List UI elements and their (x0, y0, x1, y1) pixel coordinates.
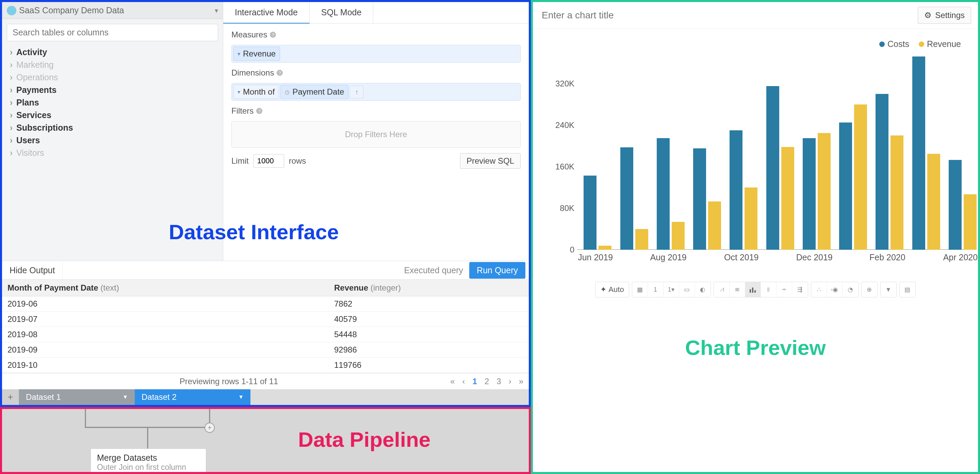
dataset-tabs: + Dataset 1 ▼ Dataset 2 ▼ (2, 389, 529, 405)
sankey-icon[interactable]: ⇶ (792, 282, 808, 297)
bar-costs[interactable] (730, 130, 743, 250)
dataset-tab-1[interactable]: Dataset 1 ▼ (19, 389, 135, 405)
globe-icon[interactable]: ⊕ (862, 282, 877, 297)
sort-direction[interactable]: ↑ (350, 86, 363, 99)
page-1[interactable]: 1 (473, 377, 477, 386)
bar-revenue[interactable] (927, 154, 940, 250)
table-icon[interactable]: ▦ (632, 282, 648, 297)
filters-well[interactable]: Drop Filters Here (231, 121, 520, 148)
svg-rect-2 (754, 290, 756, 293)
legend-item-revenue[interactable]: Revenue (919, 39, 961, 49)
dataset-tab-2[interactable]: Dataset 2 ▼ (135, 389, 250, 405)
settings-button[interactable]: ⚙ Settings (918, 7, 971, 24)
bar-revenue[interactable] (854, 105, 867, 250)
scatter-icon[interactable]: ∴ (811, 282, 827, 297)
bar-revenue[interactable] (708, 202, 721, 250)
measures-label: Measures ? (231, 30, 520, 40)
add-node-button[interactable]: + (205, 423, 215, 433)
table-row[interactable]: 2019-0854448 (2, 327, 529, 342)
search-input[interactable] (7, 24, 218, 41)
chevron-right-icon: › (9, 60, 14, 70)
bar-costs[interactable] (803, 138, 816, 250)
page-2[interactable]: 2 (485, 377, 489, 386)
funnel-icon[interactable]: ▭ (679, 282, 695, 297)
tree-item-activity[interactable]: ›Activity (9, 46, 220, 59)
tree-item-payments[interactable]: ›Payments (9, 84, 220, 96)
table-row[interactable]: 2019-067862 (2, 296, 529, 312)
chevron-right-icon: › (9, 135, 14, 145)
table-row[interactable]: 2019-0740579 (2, 312, 529, 327)
combo-chart-icon[interactable]: ⩪ (776, 282, 792, 297)
bar-costs[interactable] (693, 148, 706, 250)
legend-item-costs[interactable]: Costs (879, 39, 909, 49)
bar-costs[interactable] (766, 86, 779, 250)
preview-sql-button[interactable]: Preview SQL (460, 153, 520, 169)
bar-chart-icon[interactable] (745, 282, 761, 297)
hide-output-button[interactable]: Hide Output (2, 261, 63, 279)
tree-item-visitors[interactable]: ›Visitors (9, 147, 220, 159)
y-tick: 240K (555, 121, 574, 130)
tree-item-users[interactable]: ›Users (9, 134, 220, 147)
tree-item-plans[interactable]: ›Plans (9, 96, 220, 109)
bar-costs[interactable] (620, 147, 633, 250)
bar-revenue[interactable] (781, 147, 794, 250)
svg-rect-0 (749, 289, 751, 293)
line-chart-icon[interactable]: ⩘ (714, 282, 730, 297)
card-icon[interactable]: ▤ (900, 282, 915, 297)
bar-costs[interactable] (584, 176, 597, 250)
filters-label: Filters ? (231, 106, 520, 116)
bar-costs[interactable] (875, 94, 888, 250)
bar-revenue[interactable] (598, 246, 611, 250)
bar-costs[interactable] (912, 56, 925, 250)
tree-item-operations[interactable]: ›Operations (9, 71, 220, 84)
help-icon[interactable]: ? (256, 108, 262, 114)
table-row[interactable]: 2019-10119766 (2, 358, 529, 373)
tree-item-services[interactable]: ›Services (9, 109, 220, 121)
measures-well[interactable]: ▾ Revenue (231, 45, 520, 63)
tree-item-marketing[interactable]: ›Marketing (9, 59, 220, 71)
chevron-right-icon: › (9, 85, 14, 95)
help-icon[interactable]: ? (277, 70, 283, 76)
page-first[interactable]: « (450, 377, 455, 386)
filter-icon[interactable]: ▼ (881, 282, 896, 297)
bar-revenue[interactable] (964, 194, 977, 250)
node-subtitle: Outer Join on first column (97, 463, 200, 472)
tab-interactive-mode[interactable]: Interactive Mode (223, 2, 310, 24)
gear-icon: ⚙ (924, 11, 932, 20)
gauge-icon[interactable]: ◐ (695, 282, 711, 297)
stacked-bar-icon[interactable]: ⫴ (761, 282, 776, 297)
help-icon[interactable]: ? (270, 32, 276, 38)
bar-revenue[interactable] (635, 229, 648, 250)
auto-chart-button[interactable]: ✦Auto (595, 282, 628, 297)
measure-pill-revenue[interactable]: ▾ Revenue (233, 47, 280, 61)
page-prev[interactable]: ‹ (463, 377, 465, 386)
counter-icon[interactable]: 1▾ (663, 282, 679, 297)
page-last[interactable]: » (519, 377, 523, 386)
dimensions-well[interactable]: ▾ Month of ◷ Payment Date ↑ (231, 83, 520, 101)
pipeline-node-merge[interactable]: Merge Datasets Outer Join on first colum… (91, 449, 206, 474)
tree-item-subscriptions[interactable]: ›Subscriptions (9, 121, 220, 134)
bar-group (803, 133, 830, 250)
dimension-pill-month[interactable]: ▾ Month of (233, 85, 279, 99)
chart-title-input[interactable] (540, 8, 912, 22)
multi-line-icon[interactable]: ≋ (730, 282, 745, 297)
add-dataset-button[interactable]: + (2, 389, 19, 405)
bar-revenue[interactable] (672, 222, 685, 250)
datasource-selector[interactable]: SaaS Company Demo Data ▾ (2, 2, 223, 19)
bar-revenue[interactable] (891, 135, 904, 250)
bubble-icon[interactable]: ◦◉ (827, 282, 843, 297)
bar-costs[interactable] (657, 138, 670, 250)
pie-icon[interactable]: ◔ (843, 282, 858, 297)
bar-costs[interactable] (949, 160, 962, 250)
bar-revenue[interactable] (818, 133, 830, 250)
bar-revenue[interactable] (745, 188, 757, 250)
page-next[interactable]: › (509, 377, 511, 386)
bar-costs[interactable] (839, 122, 852, 250)
limit-input[interactable] (253, 154, 284, 168)
tab-sql-mode[interactable]: SQL Mode (310, 2, 374, 24)
table-row[interactable]: 2019-0992986 (2, 342, 529, 358)
dimension-pill-payment-date[interactable]: ◷ Payment Date (280, 85, 348, 99)
run-query-button[interactable]: Run Query (469, 262, 525, 279)
single-value-icon[interactable]: 1 (648, 282, 663, 297)
page-3[interactable]: 3 (496, 377, 501, 386)
